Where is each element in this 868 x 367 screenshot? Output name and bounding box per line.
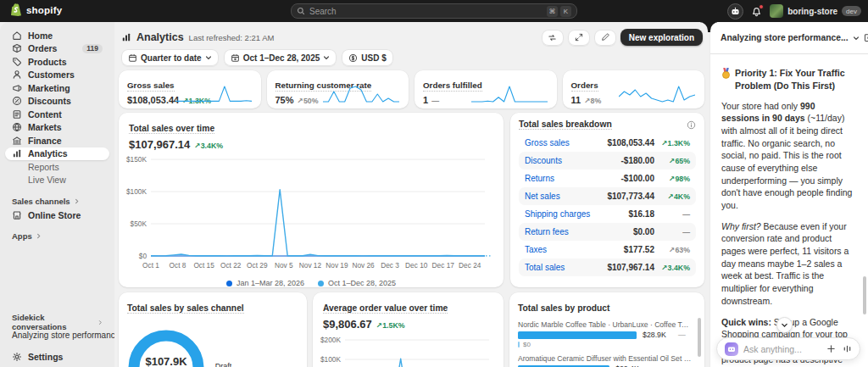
priority-heading-1: Priority 1: Fix Your Traffic Problem (Do…: [721, 67, 853, 92]
donut-center: $107.9K ↗3.4K%: [132, 355, 200, 367]
new-exploration-button[interactable]: New exploration: [620, 29, 703, 46]
card-title[interactable]: Average order value over time: [323, 303, 448, 314]
scroll-to-bottom-button[interactable]: [776, 317, 793, 333]
breakdown-link-shipping-charges[interactable]: Shipping charges: [525, 209, 628, 219]
voice-input-button[interactable]: [843, 344, 852, 353]
breakdown-row-return-fees: Return fees$0.00—: [519, 223, 696, 241]
sidebar-item-products[interactable]: Products: [5, 55, 109, 69]
delta-gray: —: [682, 228, 690, 236]
search-input[interactable]: [309, 7, 544, 16]
kpi-card-returning-customer-rate[interactable]: Returning customer rate75%↗50%: [267, 70, 409, 108]
breakdown-link-total-sales[interactable]: Total sales: [525, 263, 607, 272]
fullscreen-button[interactable]: [568, 30, 590, 46]
breakdown-delta: —: [654, 227, 690, 236]
sidebar-item-label: Discounts: [28, 96, 103, 106]
panel-title-dropdown[interactable]: [853, 35, 860, 42]
sales-channels-label: Sales channels: [12, 197, 70, 206]
date-range-filter[interactable]: Oct 1–Dec 28, 2025: [224, 49, 337, 66]
breakdown-link-gross-sales[interactable]: Gross sales: [525, 138, 607, 147]
sales-by-channel-card[interactable]: Total sales by sales channel $107.9K ↗3.…: [119, 292, 307, 367]
shopify-logo[interactable]: shopify: [11, 3, 62, 16]
panel-scrollbar[interactable]: [863, 276, 866, 314]
card-title[interactable]: Total sales over time: [129, 124, 214, 134]
product-axis-zero: $0: [518, 341, 696, 348]
kpi-value: 75%: [275, 95, 294, 105]
panel-title: Analyzing store performance...: [721, 33, 849, 42]
sidebar-item-label: Customers: [28, 70, 103, 80]
notifications-button[interactable]: [751, 6, 762, 17]
edit-dashboard-button[interactable]: [594, 30, 616, 46]
breakdown-link-returns[interactable]: Returns: [525, 174, 621, 183]
orders-icon: [12, 43, 22, 53]
sidekick-button[interactable]: [727, 3, 743, 19]
sidebar-item-orders[interactable]: Orders119: [5, 42, 109, 56]
product-row-aromatique-ceramic-diffuser-wi: Aromatique Ceramic Diffuser with Essenti…: [518, 354, 696, 367]
account-menu[interactable]: boring-store dev: [770, 4, 861, 18]
product-card-scrollbar[interactable]: [698, 318, 701, 357]
currency-filter[interactable]: USD $: [342, 49, 392, 66]
add-attachment-button[interactable]: [826, 344, 836, 353]
new-conversation-button[interactable]: [864, 33, 868, 42]
sidebar-section-apps[interactable]: Apps: [0, 231, 114, 242]
sidebar-item-label: Reports: [28, 162, 103, 172]
svg-text:$200K: $200K: [320, 336, 341, 344]
total-sales-over-time-card[interactable]: Total sales over time $107,967.14 ↗3.4K%…: [119, 113, 504, 287]
aov-delta: ↗1.5K%: [376, 321, 405, 330]
up-arrow-icon: ↗: [668, 192, 674, 201]
legend-item-jan-1-mar-28-2026: Jan 1–Mar 28, 2026: [226, 279, 304, 287]
breakdown-link-net-sales[interactable]: Net sales: [525, 192, 607, 201]
last-refreshed: Last refreshed: 2:21 AM: [189, 33, 275, 42]
average-order-value-card[interactable]: Average order value over time $9,806.67 …: [313, 292, 504, 367]
kpi-title: Gross sales: [127, 81, 175, 92]
card-title[interactable]: Total sales by product: [518, 303, 610, 313]
legend-label: Oct 1–Dec 28, 2025: [328, 279, 396, 287]
delta-gray: —: [682, 210, 690, 219]
sidebar-item-settings[interactable]: Settings: [0, 350, 114, 364]
sidebar-item-label: Online Store: [28, 210, 103, 220]
sidebar-item-live-view[interactable]: Live View: [5, 174, 109, 187]
chevron-down-icon: [781, 321, 788, 329]
sidebar-section-sidekick-conversations[interactable]: Sidekick conversations: [0, 316, 114, 328]
sales-by-product-card[interactable]: Total sales by product Nordic Marble Cof…: [509, 292, 704, 367]
svg-text:Nov 19: Nov 19: [326, 261, 348, 270]
notification-dot: [759, 4, 764, 9]
sidebar-item-marketing[interactable]: Marketing: [5, 81, 109, 95]
kpi-card-orders[interactable]: Orders11↗8%: [563, 70, 705, 108]
breakdown-value: $107,967.14: [607, 263, 654, 272]
sidebar-item-analytics[interactable]: Analytics: [5, 147, 109, 161]
global-search[interactable]: ⌘ K: [291, 3, 577, 19]
breakdown-link-return-fees[interactable]: Return fees: [525, 227, 633, 236]
shopify-bag-icon: [11, 3, 22, 16]
sidebar-item-reports[interactable]: Reports: [5, 160, 109, 174]
info-icon[interactable]: [687, 120, 696, 130]
period-filter[interactable]: Quarter to date: [121, 49, 219, 66]
ask-anything-bar[interactable]: [716, 337, 860, 360]
card-title[interactable]: Total sales breakdown: [519, 120, 612, 130]
cycle-date-range-button[interactable]: [542, 30, 564, 46]
sidebar-item-finance[interactable]: Finance: [5, 134, 109, 147]
card-title[interactable]: Total sales by sales channel: [127, 303, 244, 314]
svg-text:$50K: $50K: [131, 220, 147, 228]
sidebar-item-content[interactable]: Content: [5, 108, 109, 121]
legend-label: Jan 1–Mar 28, 2026: [236, 279, 304, 287]
conversation-item[interactable]: Analyzing store performance a...: [0, 328, 114, 342]
kpi-card-gross-sales[interactable]: Gross sales$108,053.44↗1.3K%: [119, 70, 261, 108]
sidebar-item-customers[interactable]: Customers: [5, 69, 109, 82]
sidebar-item-discounts[interactable]: Discounts: [5, 95, 109, 108]
breakdown-row-total-sales: Total sales$107,967.14↗3.4K%: [519, 259, 696, 276]
voice-waveform-icon: [843, 344, 852, 353]
svg-text:Oct 15: Oct 15: [193, 261, 214, 270]
panel-paragraph: Your store had only 990 sessions in 90 d…: [721, 100, 853, 212]
channel-legend-label: Draft Or...: [215, 362, 235, 367]
breakdown-link-taxes[interactable]: Taxes: [525, 245, 624, 254]
sidebar-item-online-store[interactable]: Online Store: [5, 209, 109, 222]
ask-input[interactable]: [743, 344, 821, 354]
cmd-key-hint: ⌘: [547, 6, 558, 17]
kpi-card-orders-fulfilled[interactable]: Orders fulfilled1—: [415, 70, 557, 108]
sidebar-item-label: Products: [28, 57, 103, 67]
sidebar-section-sales-channels[interactable]: Sales channels: [0, 195, 114, 207]
sidebar-item-home[interactable]: Home: [5, 29, 109, 42]
breakdown-link-discounts[interactable]: Discounts: [525, 156, 621, 165]
total-sales-breakdown-card: Total sales breakdown Gross sales$108,05…: [510, 113, 704, 287]
sidebar-item-markets[interactable]: Markets: [5, 121, 109, 135]
